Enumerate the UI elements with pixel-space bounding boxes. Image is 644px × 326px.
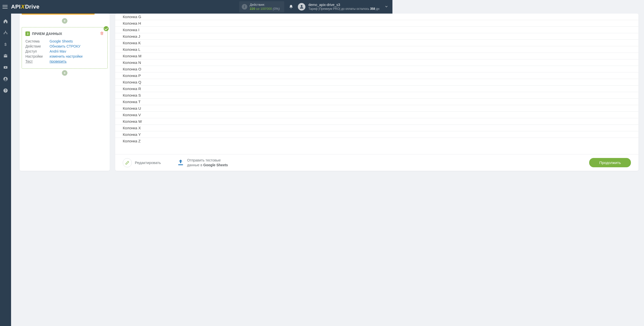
- column-row[interactable]: Колонка Q: [115, 79, 392, 86]
- logo-part-api: API: [11, 4, 21, 10]
- step-row: Настройкиизменить настройки: [25, 54, 104, 58]
- column-row[interactable]: Колонка X: [115, 125, 392, 131]
- step-row: ДействиеОбновить СТРОКУ: [25, 44, 104, 48]
- nav-briefcase-icon[interactable]: [3, 53, 9, 59]
- step-title: ПРИЕМ ДАННЫХ: [32, 32, 62, 36]
- nav-video-icon[interactable]: [3, 64, 9, 70]
- step-row-value[interactable]: Обновить СТРОКУ: [50, 44, 80, 48]
- nav-connections-icon[interactable]: [3, 30, 9, 36]
- chevron-down-icon: [384, 5, 388, 9]
- notifications-icon[interactable]: [288, 4, 294, 9]
- column-row[interactable]: Колонка H: [115, 20, 392, 27]
- pencil-icon: [123, 158, 132, 167]
- send-test-button[interactable]: Отправить тестовые данные в Google Sheet…: [177, 158, 228, 167]
- step-row-key: Доступ: [25, 49, 46, 53]
- add-step-button-top[interactable]: +: [62, 18, 67, 24]
- steps-panel: + 3 ПРИЕМ ДАННЫХ СистемаGoogle SheetsДей…: [20, 14, 110, 171]
- column-row[interactable]: Колонка Z: [115, 138, 392, 144]
- nav-help-icon[interactable]: [3, 88, 9, 94]
- column-row[interactable]: Колонка J: [115, 33, 392, 40]
- column-row[interactable]: Колонка U: [115, 105, 392, 112]
- column-row[interactable]: Колонка L: [115, 46, 392, 53]
- edit-label: Редактировать: [135, 160, 161, 165]
- edit-button[interactable]: Редактировать: [123, 158, 161, 167]
- step-row: СистемаGoogle Sheets: [25, 39, 104, 43]
- step-row-key: Система: [25, 39, 46, 43]
- actions-title: Действия:: [250, 3, 280, 7]
- column-row[interactable]: Колонка O: [115, 66, 392, 72]
- step-row-value[interactable]: Andrii Mav: [50, 49, 66, 53]
- column-list[interactable]: Колонка GКолонка HКолонка IКолонка JКоло…: [115, 14, 392, 154]
- column-row[interactable]: Колонка V: [115, 112, 392, 118]
- step-row: ДоступAndrii Mav: [25, 49, 104, 53]
- actions-counter[interactable]: i Действия: 220 из 100'000 (0%): [239, 1, 284, 12]
- upload-text: Отправить тестовые данные в Google Sheet…: [187, 158, 228, 167]
- actions-value: 220 из 100'000 (0%): [250, 7, 280, 11]
- left-nav: [0, 14, 11, 197]
- account-menu[interactable]: demo_apix-drive_s3 Тариф |Премиум PRO| д…: [298, 3, 388, 11]
- footer-actions: Редактировать Отправить тестовые данные …: [115, 154, 392, 171]
- progress-strip: [22, 14, 95, 15]
- step-row-key: Действие: [25, 44, 46, 48]
- upload-icon: [177, 159, 184, 167]
- column-row[interactable]: Колонка K: [115, 40, 392, 46]
- step-number: 3: [25, 31, 30, 36]
- nav-home-icon[interactable]: [3, 18, 9, 24]
- column-row[interactable]: Колонка N: [115, 59, 392, 66]
- workarea: + 3 ПРИЕМ ДАННЫХ СистемаGoogle SheetsДей…: [11, 14, 392, 197]
- logo-part-drive: Drive: [25, 4, 39, 10]
- column-row[interactable]: Колонка S: [115, 92, 392, 99]
- step-row-value[interactable]: проверить: [50, 59, 67, 63]
- nav-profile-icon[interactable]: [3, 76, 9, 82]
- step-card[interactable]: 3 ПРИЕМ ДАННЫХ СистемаGoogle SheetsДейст…: [22, 27, 108, 69]
- avatar-icon: [298, 3, 305, 11]
- column-row[interactable]: Колонка R: [115, 86, 392, 92]
- step-row: Тестпроверить: [25, 59, 104, 63]
- column-row[interactable]: Колонка M: [115, 53, 392, 59]
- logo-part-x: X: [21, 4, 25, 10]
- column-row[interactable]: Колонка Y: [115, 131, 392, 138]
- step-row-key: Настройки: [25, 54, 46, 58]
- menu-toggle[interactable]: [3, 5, 8, 9]
- topbar: APIXDrive i Действия: 220 из 100'000 (0%…: [0, 0, 392, 14]
- check-icon: [104, 26, 109, 31]
- main-panel: Колонка GКолонка HКолонка IКолонка JКоло…: [115, 14, 392, 171]
- delete-step-button[interactable]: [100, 31, 104, 36]
- column-row[interactable]: Колонка P: [115, 72, 392, 79]
- column-row[interactable]: Колонка I: [115, 27, 392, 33]
- add-step-button-bottom[interactable]: +: [62, 70, 67, 76]
- info-icon: i: [242, 4, 247, 10]
- step-row-value[interactable]: Google Sheets: [50, 39, 73, 43]
- column-row[interactable]: Колонка W: [115, 118, 392, 125]
- nav-billing-icon[interactable]: [3, 41, 9, 47]
- step-row-value[interactable]: изменить настройки: [50, 54, 83, 58]
- app-logo[interactable]: APIXDrive: [11, 4, 39, 10]
- column-row[interactable]: Колонка T: [115, 99, 392, 105]
- account-text: demo_apix-drive_s3 Тариф |Премиум PRO| д…: [308, 3, 379, 11]
- step-row-key: Тест: [25, 59, 46, 63]
- column-row[interactable]: Колонка G: [115, 14, 392, 20]
